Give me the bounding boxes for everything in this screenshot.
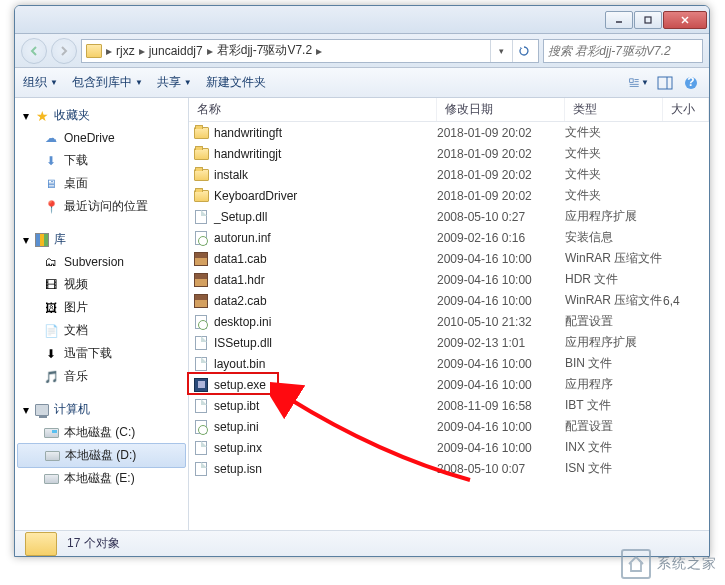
file-row[interactable]: handwritingft 2018-01-09 20:02 文件夹 (189, 122, 709, 143)
file-date: 2008-05-10 0:27 (437, 210, 565, 224)
file-name: KeyboardDriver (214, 189, 297, 203)
file-row[interactable]: handwritingjt 2018-01-09 20:02 文件夹 (189, 143, 709, 164)
file-row[interactable]: setup.ibt 2008-11-09 16:58 IBT 文件 (189, 395, 709, 416)
file-row[interactable]: desktop.ini 2010-05-10 21:32 配置设置 (189, 311, 709, 332)
nav-favorite-item[interactable]: ⬇ 下载 (15, 149, 188, 172)
watermark: 系统之家 (621, 549, 717, 579)
breadcrumb-item[interactable]: 君彩djj-7驱动V7.2 (217, 42, 312, 59)
column-type[interactable]: 类型 (565, 98, 663, 121)
maximize-button[interactable] (634, 11, 662, 29)
file-type: 文件夹 (565, 187, 663, 204)
file-list-pane: 名称 修改日期 类型 大小 handwritingft 2018-01-09 2… (189, 98, 709, 530)
file-row[interactable]: KeyboardDriver 2018-01-09 20:02 文件夹 (189, 185, 709, 206)
file-rows[interactable]: handwritingft 2018-01-09 20:02 文件夹 handw… (189, 122, 709, 530)
refresh-button[interactable] (512, 40, 534, 62)
file-name: data1.cab (214, 252, 267, 266)
file-row[interactable]: autorun.inf 2009-02-16 0:16 安装信息 (189, 227, 709, 248)
nav-library-item[interactable]: 📄 文档 (15, 319, 188, 342)
file-type: 安装信息 (565, 229, 663, 246)
file-name: setup.inx (214, 441, 262, 455)
file-date: 2009-04-16 10:00 (437, 378, 565, 392)
navigation-pane[interactable]: ▾ ★ 收藏夹 ☁ OneDrive ⬇ 下载 🖥 桌面 📍 最近访问的位置 ▾ (15, 98, 189, 530)
include-in-library-menu[interactable]: 包含到库中▼ (72, 74, 143, 91)
file-row[interactable]: data1.hdr 2009-04-16 10:00 HDR 文件 (189, 269, 709, 290)
nav-favorite-item[interactable]: ☁ OneDrive (15, 127, 188, 149)
share-menu[interactable]: 共享▼ (157, 74, 192, 91)
nav-library-item[interactable]: 🗂 Subversion (15, 251, 188, 273)
search-input[interactable] (548, 44, 699, 58)
file-date: 2008-05-10 0:07 (437, 462, 565, 476)
file-type: 配置设置 (565, 418, 663, 435)
file-row[interactable]: setup.inx 2009-04-16 10:00 INX 文件 (189, 437, 709, 458)
close-button[interactable] (663, 11, 707, 29)
file-name: autorun.inf (214, 231, 271, 245)
nav-drive-item[interactable]: 本地磁盘 (C:) (15, 421, 188, 444)
file-row[interactable]: ISSetup.dll 2009-02-13 1:01 应用程序扩展 (189, 332, 709, 353)
file-icon (193, 398, 209, 414)
file-date: 2009-04-16 10:00 (437, 273, 565, 287)
column-headers: 名称 修改日期 类型 大小 (189, 98, 709, 122)
status-bar: 17 个对象 (15, 530, 709, 556)
file-icon (193, 356, 209, 372)
file-type: 文件夹 (565, 166, 663, 183)
file-type: 文件夹 (565, 145, 663, 162)
nav-item-icon: 📄 (43, 323, 59, 339)
computer-header[interactable]: ▾ 计算机 (15, 398, 188, 421)
nav-library-item[interactable]: 🖼 图片 (15, 296, 188, 319)
breadcrumb-dropdown[interactable]: ▾ (490, 40, 512, 62)
nav-back-button[interactable] (21, 38, 47, 64)
collapse-icon: ▾ (21, 111, 30, 120)
organize-menu[interactable]: 组织▼ (23, 74, 58, 91)
drive-icon (43, 471, 59, 487)
minimize-button[interactable] (605, 11, 633, 29)
breadcrumb[interactable]: ▸ rjxz ▸ juncaiddj7 ▸ 君彩djj-7驱动V7.2 ▸ ▾ (81, 39, 539, 63)
nav-drive-item[interactable]: 本地磁盘 (E:) (15, 467, 188, 490)
file-row[interactable]: setup.exe 2009-04-16 10:00 应用程序 (189, 374, 709, 395)
file-size: 6,4 (663, 294, 690, 308)
help-button[interactable]: ? (681, 73, 701, 93)
breadcrumb-item[interactable]: juncaiddj7 (149, 44, 203, 58)
nav-favorite-item[interactable]: 📍 最近访问的位置 (15, 195, 188, 218)
file-date: 2018-01-09 20:02 (437, 168, 565, 182)
nav-forward-button[interactable] (51, 38, 77, 64)
svg-rect-1 (645, 17, 651, 23)
breadcrumb-item[interactable]: rjxz (116, 44, 135, 58)
new-folder-button[interactable]: 新建文件夹 (206, 74, 266, 91)
column-size[interactable]: 大小 (663, 98, 709, 121)
file-row[interactable]: instalk 2018-01-09 20:02 文件夹 (189, 164, 709, 185)
address-row: ▸ rjxz ▸ juncaiddj7 ▸ 君彩djj-7驱动V7.2 ▸ ▾ (15, 34, 709, 68)
nav-library-item[interactable]: 🎞 视频 (15, 273, 188, 296)
nav-favorite-item[interactable]: 🖥 桌面 (15, 172, 188, 195)
nav-drive-item[interactable]: 本地磁盘 (D:) (17, 443, 186, 468)
file-row[interactable]: data2.cab 2009-04-16 10:00 WinRAR 压缩文件 6… (189, 290, 709, 311)
favorites-header[interactable]: ▾ ★ 收藏夹 (15, 104, 188, 127)
nav-library-item[interactable]: ⬇ 迅雷下载 (15, 342, 188, 365)
nav-library-item[interactable]: 🎵 音乐 (15, 365, 188, 388)
nav-item-label: 下载 (64, 152, 88, 169)
file-row[interactable]: layout.bin 2009-04-16 10:00 BIN 文件 (189, 353, 709, 374)
file-type: 文件夹 (565, 124, 663, 141)
view-options-button[interactable]: ▼ (629, 73, 649, 93)
computer-icon (34, 402, 50, 418)
nav-item-label: 最近访问的位置 (64, 198, 148, 215)
file-row[interactable]: _Setup.dll 2008-05-10 0:27 应用程序扩展 (189, 206, 709, 227)
column-name[interactable]: 名称 (189, 98, 437, 121)
file-row[interactable]: setup.ini 2009-04-16 10:00 配置设置 (189, 416, 709, 437)
file-row[interactable]: setup.isn 2008-05-10 0:07 ISN 文件 (189, 458, 709, 479)
file-row[interactable]: data1.cab 2009-04-16 10:00 WinRAR 压缩文件 (189, 248, 709, 269)
folder-icon (193, 188, 209, 204)
file-icon (193, 209, 209, 225)
exe-icon (193, 377, 209, 393)
status-text: 17 个对象 (67, 535, 120, 552)
preview-pane-button[interactable] (655, 73, 675, 93)
svg-rect-6 (630, 78, 633, 81)
nav-item-label: 本地磁盘 (D:) (65, 447, 136, 464)
file-date: 2009-02-16 0:16 (437, 231, 565, 245)
libraries-header[interactable]: ▾ 库 (15, 228, 188, 251)
search-box[interactable] (543, 39, 703, 63)
file-date: 2009-04-16 10:00 (437, 252, 565, 266)
nav-item-icon: ☁ (43, 130, 59, 146)
title-bar (15, 6, 709, 34)
file-icon (193, 335, 209, 351)
column-date[interactable]: 修改日期 (437, 98, 565, 121)
